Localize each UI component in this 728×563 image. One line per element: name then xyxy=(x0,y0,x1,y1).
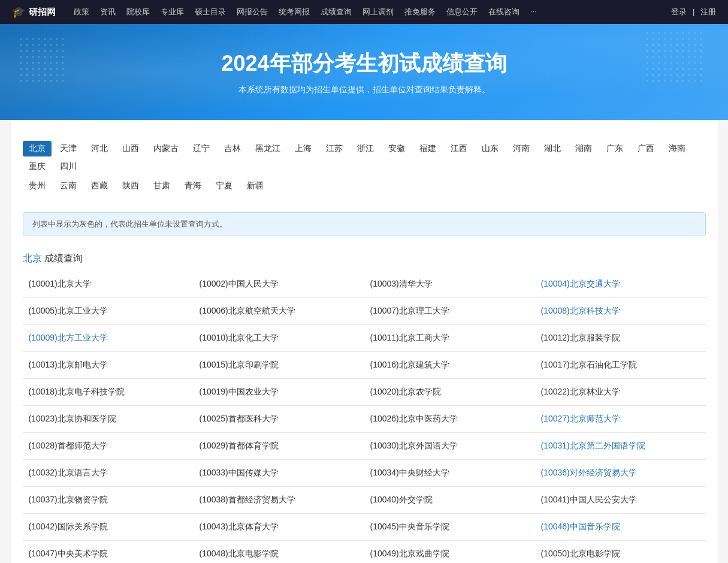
university-cell[interactable]: (10008)北京科技大学 xyxy=(535,298,706,325)
province-tab[interactable]: 天津 xyxy=(54,141,83,156)
logo[interactable]: 🎓 研招网 xyxy=(12,5,56,19)
university-table: (10001)北京大学(10002)中国人民大学(10003)清华大学(1000… xyxy=(23,271,706,563)
table-row: (10005)北京工业大学(10006)北京航空航天大学(10007)北京理工大… xyxy=(23,298,706,325)
university-cell[interactable]: (10027)北京师范大学 xyxy=(535,406,706,433)
province-tab[interactable]: 陕西 xyxy=(116,178,145,194)
university-link[interactable]: (10027)北京师范大学 xyxy=(541,414,620,423)
province-tab[interactable]: 浙江 xyxy=(351,141,380,156)
province-tab[interactable]: 江西 xyxy=(445,141,473,156)
info-box: 列表中显示为灰色的，代表此招生单位未设置查询方式。 xyxy=(23,212,706,236)
university-link[interactable]: (10004)北京交通大学 xyxy=(541,279,620,288)
hero-dots-right xyxy=(644,30,704,84)
nav-link[interactable]: 硕士目录 xyxy=(195,7,226,17)
nav-link[interactable]: 院校库 xyxy=(126,7,150,17)
province-tab[interactable]: 福建 xyxy=(413,141,442,156)
table-row: (10001)北京大学(10002)中国人民大学(10003)清华大学(1000… xyxy=(23,271,706,298)
hero-banner: 2024年部分考生初试成绩查询 本系统所有数据均为招生单位提供，招生单位对查询结… xyxy=(0,24,728,120)
hero-title: 2024年部分考生初试成绩查询 xyxy=(221,49,506,79)
province-tab[interactable]: 四川 xyxy=(54,159,83,174)
province-tab[interactable]: 西藏 xyxy=(85,178,114,194)
register-link[interactable]: 注册 xyxy=(700,7,716,16)
login-link[interactable]: 登录 xyxy=(671,7,687,16)
table-row: (10009)北方工业大学(10010)北京化工大学(10011)北京工商大学(… xyxy=(23,325,706,352)
province-tab[interactable]: 湖北 xyxy=(538,141,567,156)
university-cell: (10038)首都经济贸易大学 xyxy=(194,487,364,514)
province-tab[interactable]: 广西 xyxy=(632,141,660,156)
table-row: (10023)北京协和医学院(10025)首都医科大学(10026)北京中医药大… xyxy=(23,406,706,433)
university-cell: (10037)北京物资学院 xyxy=(23,487,194,514)
province-tab[interactable]: 宁夏 xyxy=(210,178,238,194)
province-tab[interactable]: 北京 xyxy=(23,141,52,156)
university-cell: (10001)北京大学 xyxy=(23,271,194,298)
university-cell: (10017)北京石油化工学院 xyxy=(535,352,706,379)
nav-link[interactable]: ··· xyxy=(530,7,537,17)
province-tab[interactable]: 青海 xyxy=(179,178,207,194)
province-tab[interactable]: 江苏 xyxy=(320,141,349,156)
university-cell[interactable]: (10036)对外经济贸易大学 xyxy=(535,460,706,487)
university-cell: (10049)北京戏曲学院 xyxy=(364,541,535,564)
city-name: 北京 xyxy=(23,253,42,263)
province-tab[interactable]: 海南 xyxy=(663,141,691,156)
table-row: (10047)中央美术学院(10048)北京电影学院(10049)北京戏曲学院(… xyxy=(23,541,706,564)
university-link[interactable]: (10009)北方工业大学 xyxy=(29,333,108,342)
nav-link[interactable]: 网上调剂 xyxy=(363,7,394,17)
province-tab[interactable]: 山西 xyxy=(116,141,145,156)
nav-link[interactable]: 在线咨询 xyxy=(488,7,519,17)
table-row: (10042)国际关系学院(10043)北京体育大学(10045)中央音乐学院(… xyxy=(23,514,706,541)
nav-link[interactable]: 政策 xyxy=(74,7,89,17)
province-tab[interactable]: 河北 xyxy=(85,141,114,156)
university-cell: (10010)北京化工大学 xyxy=(194,325,364,352)
nav-link[interactable]: 统考网报 xyxy=(279,7,310,17)
province-tab[interactable]: 辽宁 xyxy=(187,141,216,156)
university-cell: (10025)首都医科大学 xyxy=(194,406,364,433)
university-link[interactable]: (10031)北京第二外国语学院 xyxy=(541,441,645,450)
nav-link[interactable]: 网报公告 xyxy=(237,7,268,17)
province-tab[interactable]: 贵州 xyxy=(23,178,52,194)
table-row: (10037)北京物资学院(10038)首都经济贸易大学(10040)外交学院(… xyxy=(23,487,706,514)
university-cell: (10003)清华大学 xyxy=(364,271,535,298)
province-tab[interactable]: 安徽 xyxy=(382,141,411,156)
university-cell: (10030)北京外国语大学 xyxy=(364,433,535,460)
nav-link[interactable]: 信息公开 xyxy=(446,7,478,17)
nav-link[interactable]: 成绩查询 xyxy=(321,7,352,17)
university-cell: (10033)中国传媒大学 xyxy=(194,460,364,487)
nav-link[interactable]: 专业库 xyxy=(161,7,184,17)
province-tab[interactable]: 山东 xyxy=(476,141,505,156)
university-link[interactable]: (10046)中国音乐学院 xyxy=(541,522,620,531)
province-tab[interactable]: 内蒙古 xyxy=(147,141,185,156)
province-tab[interactable]: 黑龙江 xyxy=(249,141,286,156)
table-row: (10032)北京语言大学(10033)中国传媒大学(10034)中央财经大学(… xyxy=(23,460,706,487)
province-tab[interactable]: 云南 xyxy=(54,178,83,194)
nav-link[interactable]: 资讯 xyxy=(100,7,116,17)
university-cell: (10045)中央音乐学院 xyxy=(364,514,535,541)
section-title-suffix: 成绩查询 xyxy=(44,253,83,263)
university-cell: (10005)北京工业大学 xyxy=(23,298,194,325)
nav-links: 政策资讯院校库专业库硕士目录网报公告统考网报成绩查询网上调剂推免服务信息公开在线… xyxy=(74,7,671,17)
university-cell: (10034)中央财经大学 xyxy=(364,460,535,487)
province-tab[interactable]: 重庆 xyxy=(23,159,52,174)
section-title: 北京 成绩查询 xyxy=(23,245,706,271)
nav-link[interactable]: 推免服务 xyxy=(404,7,436,17)
university-cell[interactable]: (10004)北京交通大学 xyxy=(535,271,706,298)
university-cell[interactable]: (10009)北方工业大学 xyxy=(23,325,194,352)
university-cell[interactable]: (10046)中国音乐学院 xyxy=(535,514,706,541)
university-cell: (10028)首都师范大学 xyxy=(23,433,194,460)
university-cell: (10012)北京服装学院 xyxy=(535,325,706,352)
university-cell: (10047)中央美术学院 xyxy=(23,541,194,564)
province-tab[interactable]: 新疆 xyxy=(241,178,270,194)
hero-dots-left xyxy=(18,36,66,84)
province-tab[interactable]: 上海 xyxy=(289,141,318,156)
province-tab[interactable]: 广东 xyxy=(600,141,629,156)
province-tab[interactable]: 甘肃 xyxy=(147,178,176,194)
province-tab[interactable]: 湖南 xyxy=(569,141,598,156)
university-cell[interactable]: (10031)北京第二外国语学院 xyxy=(535,433,706,460)
navbar: 🎓 研招网 政策资讯院校库专业库硕士目录网报公告统考网报成绩查询网上调剂推免服务… xyxy=(0,0,728,24)
university-cell: (10043)北京体育大学 xyxy=(194,514,364,541)
university-cell: (10019)中国农业大学 xyxy=(194,379,364,406)
province-tab[interactable]: 河南 xyxy=(507,141,536,156)
university-link[interactable]: (10036)对外经济贸易大学 xyxy=(541,468,637,477)
university-cell: (10048)北京电影学院 xyxy=(194,541,364,564)
province-tab[interactable]: 吉林 xyxy=(218,141,247,156)
university-link[interactable]: (10008)北京科技大学 xyxy=(541,306,620,315)
main-container: 北京天津河北山西内蒙古辽宁吉林黑龙江上海江苏浙江安徽福建江西山东河南湖北湖南广东… xyxy=(11,120,718,563)
